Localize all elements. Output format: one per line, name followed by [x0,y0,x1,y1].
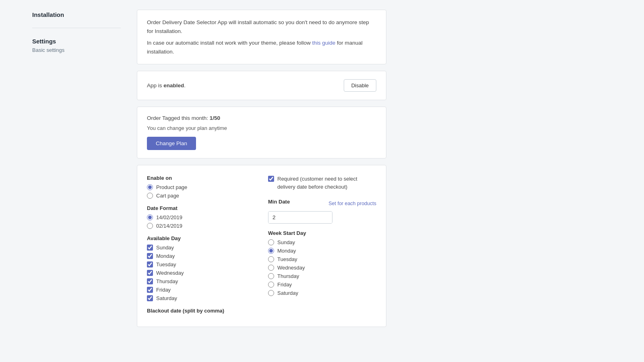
week-sunday-label: Sunday [277,239,295,245]
saturday-checkbox-item: Saturday [147,295,255,301]
required-checkbox[interactable] [268,176,274,182]
monday-checkbox[interactable] [147,253,153,259]
enable-on-label: Enable on [147,175,255,181]
settings-title: Settings [32,38,121,45]
date-format-1-radio[interactable] [147,214,153,220]
date-format-2-item: 02/14/2019 [147,223,255,229]
week-tuesday-radio[interactable] [268,256,274,262]
tuesday-checkbox-item: Tuesday [147,261,255,267]
min-date-label: Min Date [268,199,290,205]
cart-page-radio[interactable] [147,193,153,199]
week-tuesday-label: Tuesday [277,256,297,262]
sunday-checkbox[interactable] [147,245,153,251]
date-format-2-radio[interactable] [147,223,153,229]
product-page-radio-item: Product page [147,184,255,190]
installation-text-line1: Order Delivery Date Selector App will in… [147,18,376,35]
week-monday-item: Monday [268,248,376,254]
min-date-spinner: ▲ ▼ [268,211,332,224]
min-date-header: Min Date Set for each products [268,199,376,208]
blackout-date-label: Blackout date (split by comma) [147,308,255,314]
settings-grid: Enable on Product page Cart page Date Fo… [147,175,376,317]
settings-left-col: Enable on Product page Cart page Date Fo… [147,175,255,317]
week-saturday-radio[interactable] [268,290,274,296]
app-status-word: enabled [163,82,184,88]
monday-checkbox-item: Monday [147,253,255,259]
installation-text-line2: In case our automatic install not work w… [147,39,376,56]
installation-section-label: Installation [32,11,121,18]
date-format-1-label[interactable]: 14/02/2019 [156,214,182,220]
week-start-day-label: Week Start Day [268,230,376,236]
wednesday-label: Wednesday [156,270,184,276]
product-page-radio[interactable] [147,184,153,190]
basic-settings-link[interactable]: Basic settings [32,47,121,53]
saturday-checkbox[interactable] [147,295,153,301]
friday-checkbox[interactable] [147,287,153,293]
tuesday-checkbox[interactable] [147,261,153,267]
cart-page-label[interactable]: Cart page [156,193,179,199]
required-checkbox-item: Required (customer need to select delive… [268,175,376,191]
available-day-label: Available Day [147,235,255,241]
order-tagged: Order Tagged this month: 1/50 [147,115,376,121]
week-sunday-radio[interactable] [268,239,274,245]
week-wednesday-radio[interactable] [268,265,274,271]
app-status-text: App is enabled. [147,82,186,88]
sidebar: Installation Settings Basic settings [32,10,121,352]
week-monday-radio[interactable] [268,248,274,254]
sunday-checkbox-item: Sunday [147,245,255,251]
week-tuesday-item: Tuesday [268,256,376,262]
week-sunday-item: Sunday [268,239,376,245]
change-plan-button[interactable]: Change Plan [147,137,196,150]
change-plan-text: You can change your plan anytime [147,125,376,131]
installation-title: Installation [32,11,121,18]
app-status-row: App is enabled. Disable [147,79,376,92]
installation-guide-link[interactable]: this guide [312,40,335,46]
settings-form-card: Enable on Product page Cart page Date Fo… [137,165,386,327]
settings-right-col: Required (customer need to select delive… [268,175,376,317]
divider-1 [32,28,121,28]
wednesday-checkbox[interactable] [147,270,153,276]
week-wednesday-label: Wednesday [277,265,305,271]
plan-card: Order Tagged this month: 1/50 You can ch… [137,107,386,158]
cart-page-radio-item: Cart page [147,193,255,199]
app-status-suffix: . [184,82,186,88]
week-friday-label: Friday [277,282,292,288]
order-tagged-label: Order Tagged this month: [147,115,210,121]
required-label[interactable]: Required (customer need to select delive… [277,175,376,191]
min-date-input[interactable] [268,212,332,223]
thursday-label: Thursday [156,278,178,284]
friday-checkbox-item: Friday [147,287,255,293]
product-page-label[interactable]: Product page [156,184,187,190]
week-saturday-item: Saturday [268,290,376,296]
week-thursday-radio[interactable] [268,273,274,279]
order-tagged-value: 1/50 [210,115,220,121]
week-thursday-item: Thursday [268,273,376,279]
week-thursday-label: Thursday [277,273,299,279]
week-friday-item: Friday [268,282,376,288]
week-monday-label: Monday [277,248,296,254]
disable-button[interactable]: Disable [344,79,376,92]
thursday-checkbox-item: Thursday [147,278,255,284]
week-saturday-label: Saturday [277,290,298,296]
thursday-checkbox[interactable] [147,278,153,284]
date-format-2-label[interactable]: 02/14/2019 [156,223,182,229]
date-format-1-item: 14/02/2019 [147,214,255,220]
page-wrapper: Installation Settings Basic settings Ord… [0,0,644,362]
app-status-card: App is enabled. Disable [137,71,386,100]
settings-section-label: Settings Basic settings [32,38,121,53]
installation-prefix: In case our automatic install not work w… [147,40,312,46]
app-status-prefix: App is [147,82,163,88]
week-friday-radio[interactable] [268,282,274,288]
sunday-label: Sunday [156,245,174,251]
tuesday-label: Tuesday [156,261,176,267]
friday-label: Friday [156,287,171,293]
installation-card: Order Delivery Date Selector App will in… [137,10,386,64]
wednesday-checkbox-item: Wednesday [147,270,255,276]
set-for-each-products-link[interactable]: Set for each products [328,201,376,206]
date-format-label: Date Format [147,205,255,211]
main-content: Order Delivery Date Selector App will in… [137,10,386,352]
saturday-label: Saturday [156,295,177,301]
week-wednesday-item: Wednesday [268,265,376,271]
monday-label: Monday [156,253,175,259]
